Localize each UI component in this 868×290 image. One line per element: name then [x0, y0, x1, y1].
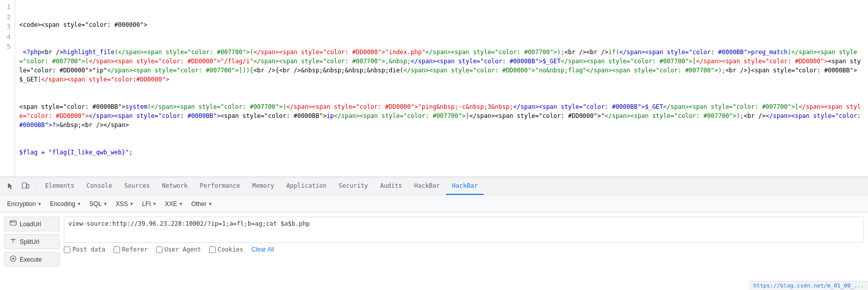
sql-label: SQL [90, 200, 102, 208]
sql-btn[interactable]: SQL ▼ [87, 198, 111, 210]
user-agent-label: User Agent [165, 246, 201, 253]
xxe-dropdown[interactable]: XXE ▼ [162, 198, 186, 210]
tab-hackbar1[interactable]: HackBar [408, 177, 446, 195]
user-agent-checkbox[interactable] [156, 246, 163, 253]
cookies-checkbox-label[interactable]: Cookies [209, 246, 244, 253]
execute-button[interactable]: Execute [4, 252, 60, 267]
referer-label: Referer [122, 246, 148, 253]
device-toggle-btn[interactable] [18, 180, 32, 192]
hackbar-toolbar: Encryption ▼ Encoding ▼ SQL ▼ XSS ▼ LFI … [0, 195, 868, 213]
encoding-label: Encoding [50, 200, 75, 208]
lfi-arrow: ▼ [152, 201, 157, 206]
tab-audits[interactable]: Audits [374, 177, 408, 195]
tab-console[interactable]: Console [81, 177, 119, 195]
status-url: https://blog.csdn.net/m_01_00_... [753, 282, 864, 289]
xss-btn[interactable]: XSS ▼ [113, 198, 137, 210]
svg-point-4 [12, 221, 13, 222]
sql-dropdown[interactable]: SQL ▼ [87, 198, 111, 210]
cookies-label: Cookies [218, 246, 244, 253]
execute-label: Execute [20, 256, 42, 263]
load-url-label: LoadUrl [20, 221, 41, 228]
cookies-checkbox[interactable] [209, 246, 216, 253]
cursor-tool-btn[interactable] [4, 180, 18, 192]
code-area: 1 2 3 4 5 <code><span style="color: #000… [0, 0, 868, 177]
user-agent-checkbox-label[interactable]: User Agent [156, 246, 201, 253]
encryption-btn[interactable]: Encryption ▼ [4, 198, 45, 210]
split-url-icon [10, 237, 17, 246]
toolbar-separator [35, 181, 36, 191]
tab-performance[interactable]: Performance [194, 177, 246, 195]
tab-hackbar2[interactable]: HackBar [446, 177, 484, 195]
clear-all-button[interactable]: Clear All [251, 246, 274, 253]
other-btn[interactable]: Other ▼ [188, 198, 216, 210]
xss-arrow: ▼ [130, 201, 134, 206]
hackbar-checkboxes: Post data Referer User Agent Cookies Cle… [64, 246, 864, 253]
encryption-arrow: ▼ [37, 201, 42, 206]
url-input[interactable] [64, 217, 864, 243]
post-data-checkbox[interactable] [64, 246, 70, 253]
sql-arrow: ▼ [103, 201, 108, 206]
lfi-label: LFI [142, 200, 150, 208]
post-data-label: Post data [72, 246, 105, 253]
devtools-tabs: Elements Console Sources Network Perform… [39, 177, 484, 195]
svg-rect-0 [22, 183, 26, 188]
split-url-button[interactable]: SplitUrl [4, 234, 60, 249]
svg-point-3 [11, 221, 12, 222]
xxe-label: XXE [165, 200, 177, 208]
devtools-bar: Elements Console Sources Network Perform… [0, 177, 868, 195]
encryption-dropdown[interactable]: Encryption ▼ [4, 198, 45, 210]
referer-checkbox-label[interactable]: Referer [113, 246, 148, 253]
tab-sources[interactable]: Sources [118, 177, 156, 195]
other-label: Other [191, 200, 207, 208]
split-url-label: SplitUrl [20, 238, 40, 245]
status-bar: https://blog.csdn.net/m_01_00_... [749, 281, 868, 289]
lfi-dropdown[interactable]: LFI ▼ [139, 198, 160, 210]
tab-application[interactable]: Application [280, 177, 332, 195]
xxe-arrow: ▼ [179, 201, 183, 206]
code-content: <code><span style="color: #000000"> <?ph… [15, 0, 868, 177]
load-url-icon [10, 220, 17, 228]
encryption-label: Encryption [7, 200, 36, 208]
other-arrow: ▼ [208, 201, 213, 206]
execute-icon [10, 255, 17, 264]
encoding-btn[interactable]: Encoding ▼ [47, 198, 85, 210]
tab-network[interactable]: Network [156, 177, 194, 195]
svg-rect-1 [27, 184, 29, 188]
hackbar-main: LoadUrl SplitUrl Execute [0, 213, 868, 289]
xss-label: XSS [116, 200, 128, 208]
hackbar-url-area: Post data Referer User Agent Cookies Cle… [64, 217, 864, 253]
tab-elements[interactable]: Elements [39, 177, 81, 195]
post-data-checkbox-label[interactable]: Post data [64, 246, 105, 253]
svg-point-5 [13, 239, 14, 240]
xxe-btn[interactable]: XXE ▼ [162, 198, 186, 210]
lfi-btn[interactable]: LFI ▼ [139, 198, 160, 210]
other-dropdown[interactable]: Other ▼ [188, 198, 216, 210]
tab-security[interactable]: Security [333, 177, 374, 195]
hackbar-action-buttons: LoadUrl SplitUrl Execute [4, 217, 60, 267]
referer-checkbox[interactable] [113, 246, 120, 253]
xss-dropdown[interactable]: XSS ▼ [113, 198, 137, 210]
tab-memory[interactable]: Memory [246, 177, 280, 195]
encoding-arrow: ▼ [77, 201, 82, 206]
load-url-button[interactable]: LoadUrl [4, 217, 60, 231]
line-numbers: 1 2 3 4 5 [0, 0, 15, 177]
encoding-dropdown[interactable]: Encoding ▼ [47, 198, 85, 210]
